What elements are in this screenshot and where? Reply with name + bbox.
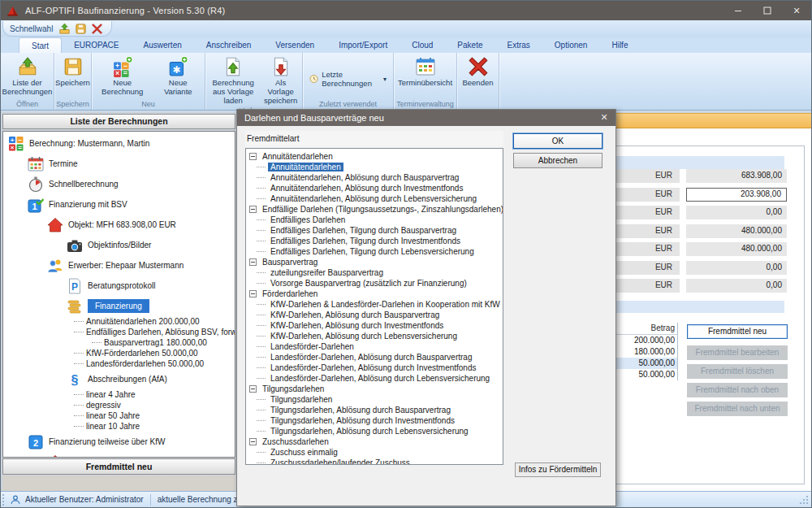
neue-variante-button[interactable]: ✱ Neue Variante [153, 55, 203, 97]
infos-zu-foerdermitteln-button[interactable]: Infos zu Fördermitteln [515, 462, 601, 477]
tree-item[interactable]: Annuitätendarlehen 200.000,00 [3, 316, 235, 327]
speichern-button[interactable]: Speichern [55, 55, 91, 88]
als-vorlage-speichern-button[interactable]: Als Vorlage speichern [261, 55, 300, 106]
tab-start[interactable]: Start [19, 37, 62, 53]
collapse-expander-icon[interactable] [249, 153, 257, 160]
fremdmittel-neu-bar[interactable]: Fremdmittel neu [2, 458, 235, 475]
fremdmittel-nach-unten-button: Fremdmittel nach unten [687, 402, 788, 416]
tree-item-label: linear 4 Jahre [86, 390, 136, 399]
tree-item[interactable]: Bausparvertrag1 180.000,00 [3, 337, 235, 348]
tab-anschreiben[interactable]: Anschreiben [194, 37, 264, 53]
amount-input[interactable]: 203.908,00 [686, 188, 787, 202]
tree-item[interactable]: Finanzierung [3, 296, 235, 316]
loan-type-label: Endfälliges Darlehen, Tilgung durch Baus… [268, 226, 459, 235]
tree-item-label: Schnellberechnung [49, 180, 119, 189]
loan-type-item[interactable]: Endfälliges Darlehen, Tilgung durch Lebe… [246, 246, 503, 257]
loan-type-item[interactable]: Vorsorge Bausparvertrag (zusätzlich zur … [246, 278, 503, 289]
quick-close-icon[interactable] [91, 23, 103, 35]
tree-item[interactable]: Objekt: MFH 683.908,00 EUR [3, 215, 235, 235]
dialog-close-icon[interactable]: ✕ [593, 110, 615, 126]
loan-type-item[interactable]: Endfälliges Darlehen, Tilgung durch Baus… [246, 225, 503, 236]
loan-type-item[interactable]: KfW-Darlehen, Ablösung durch Bausparvert… [246, 310, 503, 320]
tree-connector [257, 346, 266, 347]
tab-auswerten[interactable]: Auswerten [132, 37, 194, 53]
collapse-expander-icon[interactable] [249, 438, 257, 445]
loan-type-item[interactable]: Tilgungsdarlehen, Ablösung durch Bauspar… [246, 405, 503, 415]
tree-item[interactable]: Endfälliges Darlehen, Ablösung BSV, forw… [3, 327, 235, 337]
loan-group-item[interactable]: Tilgungsdarlehen [246, 384, 503, 394]
loan-type-item[interactable]: Landesförder-Darlehen, Ablösung durch Le… [246, 373, 503, 384]
collapse-expander-icon[interactable] [249, 385, 257, 393]
letzte-berechnungen-button[interactable]: Letzte Berechnungen ▾ [304, 68, 391, 89]
loan-type-item[interactable]: KfW-Darlehen & Landesförder-Darlehen in … [246, 299, 503, 310]
tree-item[interactable]: degressiv [3, 400, 235, 410]
quick-open-icon[interactable] [58, 23, 71, 35]
loan-type-item[interactable]: Tilgungsdarlehen, Ablösung durch Investm… [246, 415, 503, 426]
tree-item[interactable]: +−×=Berechnung: Mustermann, Martin [3, 133, 235, 154]
maximize-button[interactable] [753, 1, 782, 20]
tree-item[interactable]: 1Finanzierung mit BSV [3, 194, 235, 215]
loan-type-item[interactable]: KfW-Darlehen, Ablösung durch Lebensversi… [246, 331, 503, 341]
loan-type-item[interactable]: Endfälliges Darlehen [246, 215, 503, 225]
tree-item[interactable]: linear 4 Jahre [3, 389, 235, 400]
tree-item[interactable]: Termine [3, 154, 235, 174]
ok-button[interactable]: OK [513, 133, 603, 149]
tree-connector [74, 353, 84, 354]
loan-type-item[interactable]: Landesförder-Darlehen, Ablösung durch Ba… [246, 352, 503, 363]
tree-item[interactable]: linear 50 Jahre [3, 410, 235, 421]
tree-item-label: Beratungsprotokoll [88, 281, 155, 290]
loan-type-item[interactable]: Annuitätendarlehen, Ablösung durch Bausp… [246, 172, 503, 183]
loan-group-item[interactable]: Förderdarlehen [246, 289, 503, 299]
collapse-expander-icon[interactable] [249, 258, 257, 266]
loan-group-item[interactable]: Zuschussdarlehen [246, 436, 503, 447]
loan-type-item[interactable]: Landesförder-Darlehen [246, 341, 503, 352]
tree-item[interactable]: Landesförderdarlehen 50.000,00 [3, 358, 235, 369]
tree-item[interactable]: Erwerber: Ehepaar Mustermann [3, 255, 235, 276]
currency-label: EUR [612, 169, 680, 183]
loan-group-item[interactable]: Endfällige Darlehen (Tilgungsaussetzungs… [246, 204, 503, 215]
loan-type-item[interactable]: Tilgungsdarlehen, Ablösung durch Lebensv… [246, 426, 503, 436]
collapse-expander-icon[interactable] [249, 290, 257, 297]
tree-item[interactable]: 2Finanzierung teilweise über KfW [3, 432, 235, 452]
terminuebersicht-button[interactable]: Terminübersicht [395, 55, 455, 88]
loan-type-item[interactable]: Landesförder-Darlehen, Ablösung durch In… [246, 363, 503, 373]
tab-optionen[interactable]: Optionen [542, 37, 600, 53]
liste-der-berechnungen-button[interactable]: Liste der Berechnungen [2, 55, 53, 97]
tree-item[interactable]: Objekt: EFH mit ELW 669.480,00 EUR [3, 452, 235, 458]
fremdmittel-neu-button[interactable]: Fremdmittel neu [687, 324, 788, 339]
loan-type-item[interactable]: Annuitätendarlehen, Ablösung durch Inves… [246, 183, 503, 193]
tab-hilfe[interactable]: Hilfe [599, 37, 640, 53]
loan-type-item[interactable]: Annuitätendarlehen, Ablösung durch Leben… [246, 193, 503, 204]
loan-group-item[interactable]: Annuitätendarlehen [246, 151, 503, 162]
loan-type-item[interactable]: Zuschussdarlehen/laufender Zuschuss [246, 458, 503, 465]
liste-der-berechnungen-header[interactable]: Liste der Berechnungen [2, 114, 235, 129]
tree-item[interactable]: linear 10 Jahre [3, 421, 235, 432]
tree-item[interactable]: Objektinfos/Bilder [3, 235, 235, 255]
tab-extras[interactable]: Extras [495, 37, 542, 53]
loan-type-item[interactable]: Annuitätendarlehen [246, 162, 503, 172]
tree-item[interactable]: PBeratungsprotokoll [3, 276, 235, 296]
tab-pakete[interactable]: Pakete [445, 37, 495, 53]
resize-grip-icon[interactable] [799, 495, 809, 505]
neue-berechnung-button[interactable]: +−×= Neue Berechnung [93, 55, 151, 97]
tab-import-export[interactable]: Import/Export [326, 37, 400, 53]
loan-type-item[interactable]: zuteilungsreifer Bausparvertrag [246, 267, 503, 278]
quick-save-icon[interactable] [75, 23, 87, 35]
tree-item[interactable]: §Abschreibungen (AfA) [3, 369, 235, 389]
beenden-button[interactable]: Beenden [459, 55, 497, 88]
tree-item[interactable]: KfW-Förderdarlehen 50.000,00 [3, 348, 235, 358]
loan-type-item[interactable]: KfW-Darlehen, Ablösung durch Investmentf… [246, 320, 503, 331]
berechnung-aus-vorlage-laden-button[interactable]: Berechnung aus Vorlage laden [207, 55, 259, 106]
loan-group-item[interactable]: Bausparvertrag [246, 257, 503, 267]
loan-type-item[interactable]: Zuschuss einmalig [246, 447, 503, 458]
loan-type-item[interactable]: Endfälliges Darlehen, Tilgung durch Inve… [246, 236, 503, 246]
tab-europace[interactable]: EUROPACE [62, 37, 131, 53]
tree-item[interactable]: Schnellberechnung [3, 174, 235, 194]
collapse-expander-icon[interactable] [249, 206, 257, 213]
tab-cloud[interactable]: Cloud [400, 37, 445, 53]
loan-type-item[interactable]: Tilgungsdarlehen [246, 394, 503, 405]
tab-versenden[interactable]: Versenden [263, 37, 326, 53]
cancel-button[interactable]: Abbrechen [513, 153, 603, 168]
close-button[interactable]: ✕ [782, 1, 811, 20]
minimize-button[interactable] [723, 1, 753, 20]
